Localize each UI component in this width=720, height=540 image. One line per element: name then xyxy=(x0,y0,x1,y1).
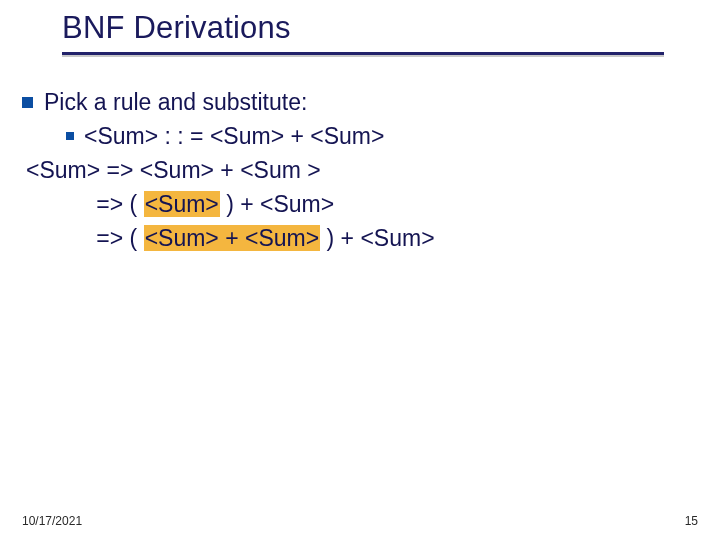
derivation-line-1: <Sum> => <Sum> + <Sum > xyxy=(26,153,700,187)
arrow-text: => xyxy=(96,225,129,251)
slide-body: Pick a rule and substitute: <Sum> : : = … xyxy=(0,57,720,255)
deriv-text: ( xyxy=(130,225,144,251)
grammar-rule-text: <Sum> : : = <Sum> + <Sum> xyxy=(84,119,384,153)
deriv-text: ) + <Sum> xyxy=(220,191,334,217)
indent xyxy=(26,191,96,217)
bullet-level2-row: <Sum> : : = <Sum> + <Sum> xyxy=(22,119,700,153)
slide-title: BNF Derivations xyxy=(62,10,720,46)
derivation-line-2: => ( <Sum> ) + <Sum> xyxy=(26,187,700,221)
title-block: BNF Derivations xyxy=(0,0,720,57)
square-bullet-icon xyxy=(22,97,33,108)
footer-page-number: 15 xyxy=(685,514,698,528)
derivation-line-3: => ( <Sum> + <Sum> ) + <Sum> xyxy=(26,221,700,255)
derivation-block: <Sum> => <Sum> + <Sum > => ( <Sum> ) + <… xyxy=(22,153,700,255)
indent xyxy=(26,225,96,251)
highlighted-nonterminal: <Sum> + <Sum> xyxy=(144,225,321,251)
square-bullet-icon xyxy=(66,132,74,140)
slide: BNF Derivations Pick a rule and substitu… xyxy=(0,0,720,540)
highlighted-nonterminal: <Sum> xyxy=(144,191,220,217)
bullet-level1-text: Pick a rule and substitute: xyxy=(44,85,307,119)
deriv-text: ) + <Sum> xyxy=(320,225,434,251)
footer-date: 10/17/2021 xyxy=(22,514,82,528)
arrow-text: => xyxy=(107,157,140,183)
arrow-text: => xyxy=(96,191,129,217)
deriv-left: <Sum> xyxy=(26,157,107,183)
deriv-text: ( xyxy=(130,191,144,217)
deriv-right: <Sum> + <Sum > xyxy=(140,157,321,183)
bullet-level1-row: Pick a rule and substitute: xyxy=(22,85,700,119)
